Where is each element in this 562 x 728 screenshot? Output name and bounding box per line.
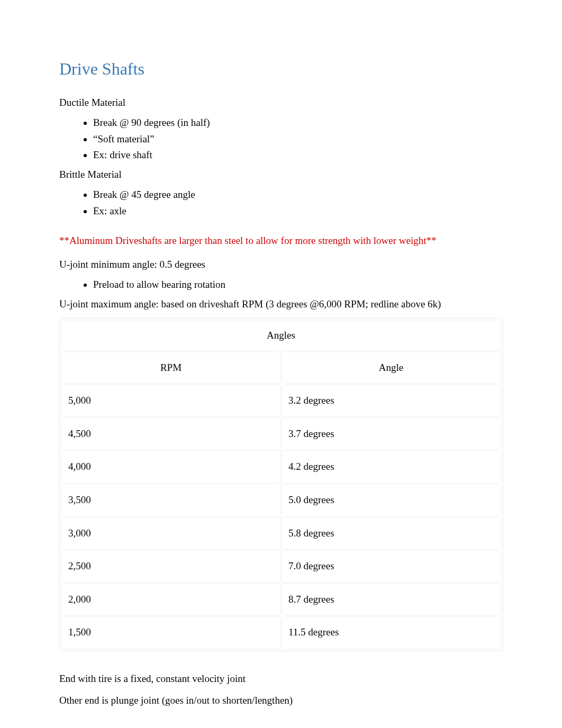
cell-rpm: 4,500 <box>62 418 280 450</box>
cell-angle: 8.7 degrees <box>282 584 500 615</box>
list-item: Ex: axle <box>93 203 503 219</box>
list-item: Break @ 90 degrees (in half) <box>93 115 503 131</box>
cell-angle: 7.0 degrees <box>282 551 500 582</box>
list-item: Preload to allow bearing rotation <box>93 277 503 293</box>
ductile-heading: Ductile Material <box>59 96 503 110</box>
table-title: Angles <box>62 321 500 350</box>
cell-rpm: 1,500 <box>62 617 280 648</box>
cell-angle: 4.2 degrees <box>282 451 500 483</box>
table-row: 3,500 5.0 degrees <box>62 485 500 516</box>
list-item: Ex: drive shaft <box>93 147 503 163</box>
cell-rpm: 4,000 <box>62 451 280 483</box>
ujoint-min: U-joint minimum angle: 0.5 degrees <box>59 258 503 272</box>
list-item: Break @ 45 degree angle <box>93 187 503 203</box>
table-row: 3,000 5.8 degrees <box>62 518 500 549</box>
aluminum-note: **Aluminum Driveshafts are larger than s… <box>59 234 503 248</box>
cell-angle: 11.5 degrees <box>282 617 500 648</box>
cell-rpm: 3,500 <box>62 485 280 516</box>
table-row: 2,000 8.7 degrees <box>62 584 500 615</box>
footer-line-2: Other end is plunge joint (goes in/out t… <box>59 694 503 708</box>
ujoint-min-list: Preload to allow bearing rotation <box>59 277 503 293</box>
cell-rpm: 2,000 <box>62 584 280 615</box>
ductile-list: Break @ 90 degrees (in half) “Soft mater… <box>59 115 503 163</box>
table-header-angle: Angle <box>282 352 500 384</box>
table-row: 2,500 7.0 degrees <box>62 551 500 582</box>
table-row: 1,500 11.5 degrees <box>62 617 500 648</box>
brittle-heading: Brittle Material <box>59 168 503 182</box>
brittle-list: Break @ 45 degree angle Ex: axle <box>59 187 503 219</box>
cell-angle: 3.2 degrees <box>282 385 500 416</box>
cell-angle: 5.0 degrees <box>282 485 500 516</box>
cell-rpm: 3,000 <box>62 518 280 549</box>
footer-notes: End with tire is a fixed, constant veloc… <box>59 672 503 707</box>
table-row: 5,000 3.2 degrees <box>62 385 500 416</box>
cell-angle: 3.7 degrees <box>282 418 500 450</box>
cell-rpm: 2,500 <box>62 551 280 582</box>
angles-table: Angles RPM Angle 5,000 3.2 degrees 4,500… <box>59 319 503 651</box>
cell-rpm: 5,000 <box>62 385 280 416</box>
table-row: 4,500 3.7 degrees <box>62 418 500 450</box>
list-item: “Soft material” <box>93 131 503 147</box>
table-row: 4,000 4.2 degrees <box>62 451 500 483</box>
page-title: Drive Shafts <box>59 57 503 81</box>
table-header-rpm: RPM <box>62 352 280 384</box>
footer-line-1: End with tire is a fixed, constant veloc… <box>59 672 503 686</box>
cell-angle: 5.8 degrees <box>282 518 500 549</box>
ujoint-max: U-joint maximum angle: based on drivesha… <box>59 297 503 312</box>
